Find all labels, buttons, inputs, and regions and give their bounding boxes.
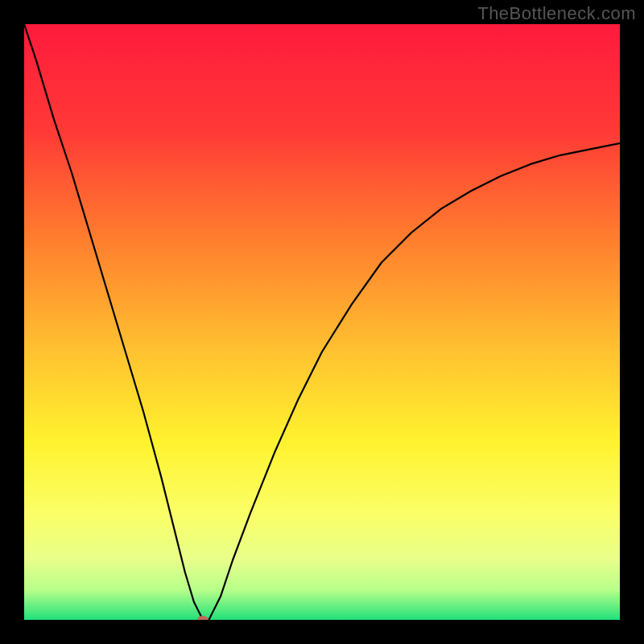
plot-area xyxy=(24,24,620,620)
chart-frame: TheBottleneck.com xyxy=(0,0,644,644)
watermark-text: TheBottleneck.com xyxy=(477,3,636,24)
gradient-background xyxy=(24,24,620,620)
plot-svg xyxy=(24,24,620,620)
